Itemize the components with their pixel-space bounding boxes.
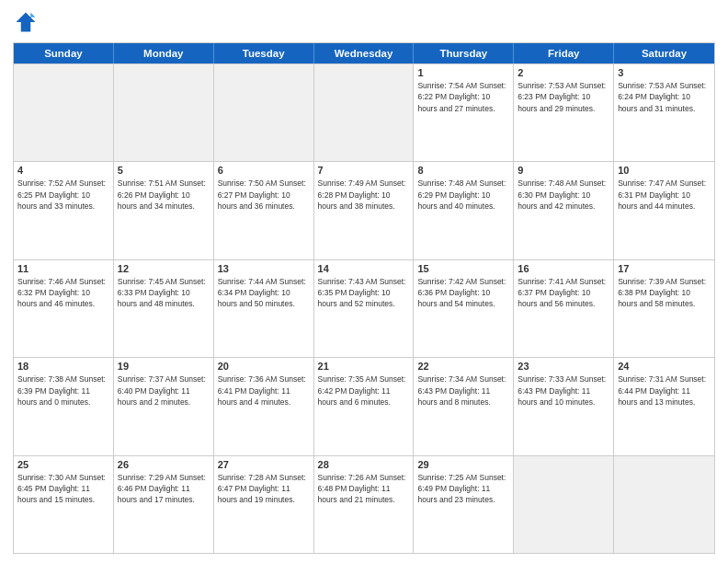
calendar-day-11: 11Sunrise: 7:46 AM Sunset: 6:32 PM Dayli… [14, 260, 114, 357]
day-number: 4 [17, 165, 109, 176]
day-number: 7 [318, 165, 410, 176]
header-day-wednesday: Wednesday [314, 43, 415, 63]
calendar-row-0: 1Sunrise: 7:54 AM Sunset: 6:22 PM Daylig… [14, 63, 714, 161]
day-number: 18 [17, 361, 109, 372]
calendar-day-28: 28Sunrise: 7:26 AM Sunset: 6:48 PM Dayli… [314, 456, 415, 553]
day-number: 12 [118, 263, 210, 274]
svg-marker-1 [30, 13, 35, 17]
day-number: 28 [318, 459, 410, 470]
logo [13, 9, 42, 35]
day-info: Sunrise: 7:52 AM Sunset: 6:25 PM Dayligh… [17, 178, 109, 212]
calendar-header: SundayMondayTuesdayWednesdayThursdayFrid… [14, 43, 714, 63]
calendar-row-1: 4Sunrise: 7:52 AM Sunset: 6:25 PM Daylig… [14, 161, 714, 259]
calendar-row-2: 11Sunrise: 7:46 AM Sunset: 6:32 PM Dayli… [14, 259, 714, 357]
day-info: Sunrise: 7:49 AM Sunset: 6:28 PM Dayligh… [318, 178, 410, 212]
logo-icon [13, 9, 39, 35]
header-day-friday: Friday [514, 43, 614, 63]
calendar-row-4: 25Sunrise: 7:30 AM Sunset: 6:45 PM Dayli… [14, 455, 714, 553]
day-number: 27 [218, 459, 310, 470]
calendar-day-18: 18Sunrise: 7:38 AM Sunset: 6:39 PM Dayli… [14, 358, 114, 454]
calendar-day-9: 9Sunrise: 7:48 AM Sunset: 6:30 PM Daylig… [514, 162, 614, 259]
day-info: Sunrise: 7:53 AM Sunset: 6:24 PM Dayligh… [618, 80, 711, 114]
day-info: Sunrise: 7:29 AM Sunset: 6:46 PM Dayligh… [118, 472, 210, 506]
calendar-day-16: 16Sunrise: 7:41 AM Sunset: 6:37 PM Dayli… [514, 260, 614, 357]
day-info: Sunrise: 7:41 AM Sunset: 6:37 PM Dayligh… [518, 276, 609, 310]
day-number: 11 [17, 263, 109, 274]
calendar: SundayMondayTuesdayWednesdayThursdayFrid… [13, 42, 715, 554]
day-number: 25 [17, 459, 109, 470]
day-info: Sunrise: 7:39 AM Sunset: 6:38 PM Dayligh… [618, 276, 711, 310]
calendar-day-24: 24Sunrise: 7:31 AM Sunset: 6:44 PM Dayli… [614, 358, 714, 454]
day-number: 26 [118, 459, 210, 470]
day-number: 21 [318, 361, 410, 372]
day-info: Sunrise: 7:46 AM Sunset: 6:32 PM Dayligh… [17, 276, 109, 310]
day-info: Sunrise: 7:53 AM Sunset: 6:23 PM Dayligh… [518, 80, 609, 114]
day-info: Sunrise: 7:30 AM Sunset: 6:45 PM Dayligh… [17, 472, 109, 506]
calendar-day-6: 6Sunrise: 7:50 AM Sunset: 6:27 PM Daylig… [214, 162, 314, 259]
day-info: Sunrise: 7:48 AM Sunset: 6:29 PM Dayligh… [417, 178, 509, 212]
day-info: Sunrise: 7:45 AM Sunset: 6:33 PM Dayligh… [118, 276, 210, 310]
calendar-day-2: 2Sunrise: 7:53 AM Sunset: 6:23 PM Daylig… [514, 64, 614, 161]
day-number: 15 [417, 263, 509, 274]
header-day-sunday: Sunday [14, 43, 114, 63]
calendar-day-27: 27Sunrise: 7:28 AM Sunset: 6:47 PM Dayli… [214, 456, 314, 553]
header-day-thursday: Thursday [414, 43, 514, 63]
day-number: 8 [417, 165, 509, 176]
day-info: Sunrise: 7:38 AM Sunset: 6:39 PM Dayligh… [17, 373, 109, 408]
day-number: 9 [518, 165, 609, 176]
header [13, 9, 715, 35]
calendar-day-10: 10Sunrise: 7:47 AM Sunset: 6:31 PM Dayli… [614, 162, 714, 259]
calendar-day-4: 4Sunrise: 7:52 AM Sunset: 6:25 PM Daylig… [14, 162, 114, 259]
calendar-day-13: 13Sunrise: 7:44 AM Sunset: 6:34 PM Dayli… [214, 260, 314, 357]
day-info: Sunrise: 7:37 AM Sunset: 6:40 PM Dayligh… [118, 373, 210, 408]
calendar-day-21: 21Sunrise: 7:35 AM Sunset: 6:42 PM Dayli… [314, 358, 415, 454]
calendar-day-5: 5Sunrise: 7:51 AM Sunset: 6:26 PM Daylig… [114, 162, 214, 259]
calendar-body: 1Sunrise: 7:54 AM Sunset: 6:22 PM Daylig… [14, 63, 714, 553]
calendar-day-23: 23Sunrise: 7:33 AM Sunset: 6:43 PM Dayli… [514, 358, 614, 454]
calendar-day-15: 15Sunrise: 7:42 AM Sunset: 6:36 PM Dayli… [414, 260, 514, 357]
day-number: 20 [218, 361, 310, 372]
header-day-tuesday: Tuesday [214, 43, 314, 63]
day-number: 1 [417, 67, 509, 78]
header-day-saturday: Saturday [614, 43, 714, 63]
day-info: Sunrise: 7:28 AM Sunset: 6:47 PM Dayligh… [218, 472, 310, 506]
day-number: 3 [618, 67, 711, 78]
day-number: 17 [618, 263, 711, 274]
calendar-row-3: 18Sunrise: 7:38 AM Sunset: 6:39 PM Dayli… [14, 357, 714, 454]
day-info: Sunrise: 7:42 AM Sunset: 6:36 PM Dayligh… [417, 276, 509, 310]
calendar-empty-cell [114, 64, 214, 161]
calendar-day-19: 19Sunrise: 7:37 AM Sunset: 6:40 PM Dayli… [114, 358, 214, 454]
day-number: 13 [218, 263, 310, 274]
calendar-day-29: 29Sunrise: 7:25 AM Sunset: 6:49 PM Dayli… [414, 456, 514, 553]
day-number: 16 [518, 263, 609, 274]
calendar-empty-cell [514, 456, 614, 553]
calendar-day-3: 3Sunrise: 7:53 AM Sunset: 6:24 PM Daylig… [614, 64, 714, 161]
calendar-day-8: 8Sunrise: 7:48 AM Sunset: 6:29 PM Daylig… [414, 162, 514, 259]
calendar-empty-cell [14, 64, 114, 161]
day-info: Sunrise: 7:31 AM Sunset: 6:44 PM Dayligh… [618, 373, 711, 408]
day-info: Sunrise: 7:33 AM Sunset: 6:43 PM Dayligh… [518, 373, 609, 408]
calendar-day-22: 22Sunrise: 7:34 AM Sunset: 6:43 PM Dayli… [414, 358, 514, 454]
day-info: Sunrise: 7:34 AM Sunset: 6:43 PM Dayligh… [417, 373, 509, 408]
day-info: Sunrise: 7:47 AM Sunset: 6:31 PM Dayligh… [618, 178, 711, 212]
calendar-day-26: 26Sunrise: 7:29 AM Sunset: 6:46 PM Dayli… [114, 456, 214, 553]
day-number: 29 [417, 459, 509, 470]
day-number: 24 [618, 361, 711, 372]
calendar-day-20: 20Sunrise: 7:36 AM Sunset: 6:41 PM Dayli… [214, 358, 314, 454]
day-number: 19 [118, 361, 210, 372]
calendar-empty-cell [214, 64, 314, 161]
day-info: Sunrise: 7:51 AM Sunset: 6:26 PM Dayligh… [118, 178, 210, 212]
calendar-day-12: 12Sunrise: 7:45 AM Sunset: 6:33 PM Dayli… [114, 260, 214, 357]
calendar-day-1: 1Sunrise: 7:54 AM Sunset: 6:22 PM Daylig… [414, 64, 514, 161]
day-info: Sunrise: 7:48 AM Sunset: 6:30 PM Dayligh… [518, 178, 609, 212]
day-info: Sunrise: 7:50 AM Sunset: 6:27 PM Dayligh… [218, 178, 310, 212]
day-number: 6 [218, 165, 310, 176]
calendar-day-25: 25Sunrise: 7:30 AM Sunset: 6:45 PM Dayli… [14, 456, 114, 553]
page: SundayMondayTuesdayWednesdayThursdayFrid… [0, 0, 728, 563]
header-day-monday: Monday [114, 43, 214, 63]
day-info: Sunrise: 7:36 AM Sunset: 6:41 PM Dayligh… [218, 373, 310, 408]
day-info: Sunrise: 7:25 AM Sunset: 6:49 PM Dayligh… [417, 472, 509, 506]
day-info: Sunrise: 7:35 AM Sunset: 6:42 PM Dayligh… [318, 373, 410, 408]
calendar-day-14: 14Sunrise: 7:43 AM Sunset: 6:35 PM Dayli… [314, 260, 415, 357]
day-number: 2 [518, 67, 609, 78]
